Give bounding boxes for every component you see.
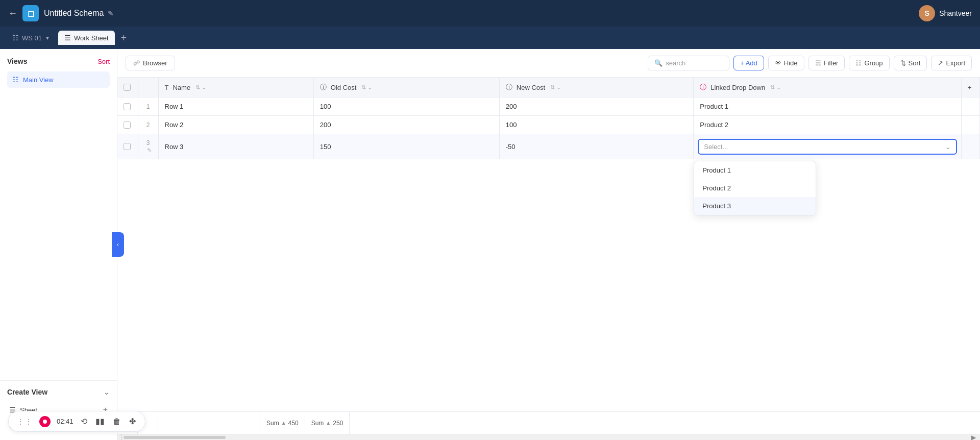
- top-nav: ← ◻ Untitled Schema ✎ S Shantveer: [0, 0, 980, 27]
- create-view-label: Create View: [7, 388, 47, 396]
- add-column-button[interactable]: +: [962, 78, 980, 97]
- hide-button[interactable]: 👁 Hide: [768, 56, 804, 70]
- table-row: 1 Row 1 100 200 Product 1: [117, 97, 980, 116]
- record-dot: [43, 420, 47, 424]
- row3-linked-dropdown-cell[interactable]: Select... ⌄ Product 1 Product 2: [694, 134, 962, 159]
- app-logo: ◻: [22, 5, 39, 21]
- summary-new-cost: Sum ▲ 250: [305, 412, 350, 434]
- filter-icon: ☴: [815, 59, 821, 67]
- sidebar-sort-button[interactable]: Sort: [97, 58, 110, 65]
- select-all-checkbox[interactable]: [124, 84, 131, 91]
- playback-time: 02:41: [57, 418, 74, 425]
- old-cost-sort-icon[interactable]: ⇅ ⌄: [361, 84, 372, 91]
- dropdown-option-product3[interactable]: Product 3: [694, 197, 816, 215]
- summary-new-cost-label: Sum: [311, 420, 324, 427]
- search-placeholder: search: [666, 59, 685, 67]
- name-col-type-icon: T: [165, 84, 169, 91]
- linked-col-label: Linked Drop Down: [710, 84, 765, 91]
- sort-button[interactable]: ⇅ Sort: [894, 56, 927, 70]
- filter-button[interactable]: ☴ Filter: [808, 56, 845, 70]
- edit-schema-icon[interactable]: ✎: [108, 9, 114, 17]
- browser-icon: ☍: [133, 59, 140, 67]
- row3-num: 3 ✎: [138, 134, 158, 159]
- export-icon: ↗: [938, 59, 943, 67]
- dropdown-option-product1[interactable]: Product 1: [694, 161, 816, 179]
- group-icon: ☷: [855, 59, 862, 67]
- row2-num: 2: [138, 116, 158, 134]
- row1-extra: [962, 97, 980, 116]
- row1-linked-dropdown: Product 1: [694, 97, 962, 116]
- back-button[interactable]: ←: [8, 8, 17, 19]
- row2-checkbox-cell: [117, 116, 138, 134]
- filter-label: Filter: [824, 59, 839, 67]
- summary-old-cost-arrow: ▲: [281, 420, 286, 426]
- row3-checkbox[interactable]: [124, 143, 131, 150]
- playback-delete-button[interactable]: 🗑: [112, 416, 122, 427]
- playback-pause-button[interactable]: ▮▮: [94, 415, 106, 427]
- row2-name: Row 2: [165, 121, 184, 129]
- th-linked-dropdown: ⓘ Linked Drop Down ⇅ ⌄: [694, 78, 962, 97]
- row2-checkbox[interactable]: [124, 121, 131, 129]
- tab-ws01-label: WS 01: [22, 34, 42, 42]
- group-button[interactable]: ☷ Group: [849, 56, 889, 70]
- th-checkbox: [117, 78, 138, 97]
- browser-button[interactable]: ☍ Browser: [126, 56, 175, 70]
- export-label: Export: [946, 59, 965, 67]
- dropdown-menu: Product 1 Product 2 Product 3: [694, 161, 816, 215]
- sidebar: Views Sort ☷ Main View ‹ Create View ⌄ ☰…: [0, 49, 117, 440]
- summary-old-cost-value: 450: [288, 420, 299, 427]
- scroll-right-arrow[interactable]: ▶: [967, 434, 980, 441]
- horizontal-scrollbar[interactable]: ▶: [117, 434, 980, 440]
- summary-new-cost-arrow: ▲: [326, 420, 331, 426]
- row1-name-cell: Row 1: [158, 97, 313, 116]
- sort-label: Sort: [909, 59, 921, 67]
- sidebar-item-main-view[interactable]: ☷ Main View: [7, 71, 110, 88]
- table-row: 2 Row 2 200 100 Product 2: [117, 116, 980, 134]
- tab-ws01-arrow: ▼: [45, 35, 50, 41]
- row3-checkbox-cell: [117, 134, 138, 159]
- data-table: T Name ⇅ ⌄ ⓘ Old Cost ⇅ ⌄: [117, 78, 980, 159]
- table-header-row: T Name ⇅ ⌄ ⓘ Old Cost ⇅ ⌄: [117, 78, 980, 97]
- dropdown-option-product2[interactable]: Product 2: [694, 179, 816, 197]
- search-box[interactable]: 🔍 search: [648, 56, 729, 70]
- th-new-cost: ⓘ New Cost ⇅ ⌄: [499, 78, 693, 97]
- scroll-thumb[interactable]: [124, 436, 226, 439]
- sidebar-title: Views: [7, 57, 27, 65]
- summary-new-cost-value: 250: [333, 420, 343, 427]
- toolbar: ☍ Browser 🔍 search + Add 👁 Hide ☴: [117, 49, 980, 78]
- grid-icon: ☷: [12, 34, 19, 42]
- sidebar-collapse-handle[interactable]: ‹: [112, 232, 124, 257]
- user-name: Shantveer: [939, 9, 972, 17]
- row3-new-cost: -50: [499, 134, 693, 159]
- row1-checkbox[interactable]: [124, 103, 131, 110]
- sidebar-header: Views Sort: [7, 57, 110, 65]
- create-view-header: Create View ⌄: [7, 388, 110, 396]
- tab-worksheet[interactable]: ☰ Work Sheet: [58, 31, 115, 45]
- search-icon: 🔍: [654, 59, 663, 67]
- hide-label: Hide: [784, 59, 798, 67]
- dropdown-arrow-icon: ⌄: [945, 143, 951, 151]
- row3-expand-icon[interactable]: ✎: [147, 147, 152, 153]
- playback-record-button[interactable]: [39, 416, 51, 427]
- dropdown-input[interactable]: Select... ⌄: [698, 139, 957, 155]
- table-wrapper: T Name ⇅ ⌄ ⓘ Old Cost ⇅ ⌄: [117, 78, 980, 411]
- linked-sort-icon[interactable]: ⇅ ⌄: [770, 84, 781, 91]
- new-cost-sort-icon[interactable]: ⇅ ⌄: [550, 84, 561, 91]
- schema-title-text: Untitled Schema: [44, 9, 104, 18]
- row2-extra: [962, 116, 980, 134]
- hide-icon: 👁: [775, 59, 781, 67]
- export-button[interactable]: ↗ Export: [931, 56, 972, 70]
- playback-undo-button[interactable]: ⟲: [80, 415, 88, 427]
- add-button[interactable]: + Add: [733, 56, 764, 70]
- add-label: + Add: [740, 59, 757, 67]
- playback-drag-handle[interactable]: ⋮⋮: [17, 418, 33, 426]
- summary-old-cost-label: Sum: [266, 420, 279, 427]
- browser-label: Browser: [143, 59, 167, 67]
- tab-ws01[interactable]: ☷ WS 01 ▼: [6, 31, 56, 45]
- main-layout: Views Sort ☷ Main View ‹ Create View ⌄ ☰…: [0, 49, 980, 440]
- name-sort-icon[interactable]: ⇅ ⌄: [195, 84, 206, 91]
- playback-settings-button[interactable]: ✤: [128, 415, 137, 427]
- new-cost-col-label: New Cost: [517, 84, 545, 91]
- add-tab-button[interactable]: +: [117, 30, 131, 46]
- create-view-arrow-icon[interactable]: ⌄: [104, 388, 110, 396]
